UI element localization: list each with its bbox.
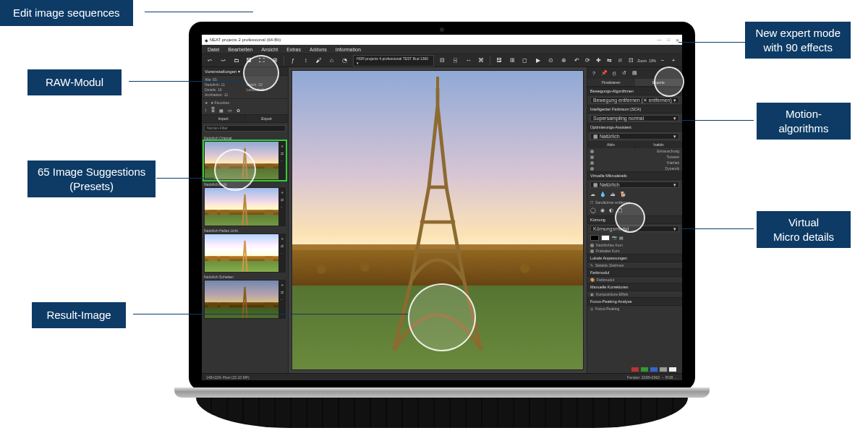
swatch-black[interactable]: [590, 235, 599, 241]
compare-icon[interactable]: ⇄: [281, 151, 284, 155]
preset-thumbnail[interactable]: ★⇄−: [204, 141, 286, 180]
hist-icon[interactable]: ⎙: [610, 69, 618, 77]
opt-item[interactable]: Tonwert: [587, 154, 682, 160]
swap-icon[interactable]: ⇆: [605, 56, 613, 65]
preset-item[interactable]: Natürlich Helles Licht ★⇄−: [204, 228, 286, 273]
preset-thumbnail[interactable]: ★⇄−: [204, 187, 286, 226]
crop-icon[interactable]: ⛶: [258, 56, 266, 65]
circle2-icon[interactable]: ◉: [600, 207, 605, 213]
compare-icon[interactable]: ↔: [464, 56, 473, 65]
fx-section-header[interactable]: Manuelle Korrekturen: [587, 283, 682, 291]
focus-item[interactable]: ◎Focus-Peaking: [587, 306, 682, 312]
square-icon[interactable]: ▢: [618, 207, 623, 213]
zoom-out-button[interactable]: −: [658, 56, 667, 65]
preset-item[interactable]: Natürlich Licht ★⇄−: [204, 182, 286, 226]
project-dropdown[interactable]: HDR projects 4 professional TEST Bud 136…: [353, 55, 434, 67]
redo-icon[interactable]: ⤻: [219, 56, 228, 65]
play-icon[interactable]: ▶: [534, 56, 542, 65]
optimization-section-header[interactable]: Optimierungs-Assistent: [587, 123, 682, 132]
plus-icon[interactable]: ✚: [594, 56, 603, 65]
zoom-in-button[interactable]: +: [669, 56, 678, 65]
menu-ansicht[interactable]: Ansicht: [261, 47, 278, 52]
stat-natuerlich[interactable]: Natürlich: 11: [205, 82, 244, 87]
levels-icon[interactable]: ↕: [302, 56, 310, 65]
animal-icon[interactable]: 🐕: [620, 192, 626, 197]
menu-addons[interactable]: Addons: [310, 47, 327, 52]
star-icon[interactable]: ★: [281, 144, 284, 148]
preset-item[interactable]: Natürlich Original ★⇄−: [204, 136, 286, 180]
grain-section-header[interactable]: Körnung: [587, 215, 682, 224]
minus-icon[interactable]: −: [281, 158, 283, 163]
swatch-white[interactable]: [601, 235, 610, 241]
motion-dropdown[interactable]: Bewegung entfernen (✕ entfernen)▾: [590, 97, 679, 103]
rotate-right-icon[interactable]: ⟳: [583, 56, 592, 65]
preset-item[interactable]: Natürlich Schatten ★⇄−: [204, 275, 286, 319]
help-icon[interactable]: ?: [590, 69, 597, 77]
color-item[interactable]: 🎨Farbmodul: [587, 277, 682, 283]
local-item[interactable]: ✎Selektiv Zeichnen: [587, 262, 682, 268]
thumb-icon[interactable]: ▦: [219, 108, 224, 113]
iso-icon[interactable]: 📷: [612, 235, 617, 241]
preset-thumbnail[interactable]: ★⇄−: [204, 234, 286, 273]
circle3-icon[interactable]: ◐: [609, 207, 613, 213]
thumbs-icon[interactable]: ⊞: [508, 56, 516, 65]
timer-icon[interactable]: ◔: [340, 56, 349, 65]
panel-icon[interactable]: ⊟: [438, 56, 447, 65]
home-icon[interactable]: ⌂: [327, 56, 336, 65]
menu-information[interactable]: Information: [336, 47, 361, 52]
cmd-icon[interactable]: ⌘: [477, 56, 486, 65]
expand-icon[interactable]: ▭: [228, 108, 232, 113]
result-image-viewport[interactable]: [292, 70, 584, 370]
window-maximize-button[interactable]: □: [667, 38, 670, 43]
vmd-section-header[interactable]: Virtuelle Mikrodetails: [587, 171, 682, 180]
pill-red[interactable]: [631, 367, 639, 372]
screen-icon[interactable]: ⎚: [616, 56, 624, 65]
export-button[interactable]: Export: [244, 115, 288, 122]
grid-icon[interactable]: ⊞: [271, 56, 279, 65]
vmd-dropdown[interactable]: ▦ Natürlich▾: [590, 181, 679, 188]
pin-icon[interactable]: 📌: [600, 69, 608, 77]
box-icon[interactable]: ⊡: [626, 56, 635, 65]
pill-white[interactable]: [669, 367, 676, 372]
opt-item[interactable]: Dynamik: [587, 166, 682, 171]
opt-item[interactable]: Klarheit: [587, 160, 682, 166]
window-icon[interactable]: ◻: [521, 56, 529, 65]
undo-icon[interactable]: ⤺: [206, 56, 215, 65]
disk-icon[interactable]: 🖫: [495, 56, 503, 65]
motion-section-header[interactable]: Bewegungs-Algorithmen: [587, 87, 682, 95]
pill-green[interactable]: [641, 367, 648, 372]
drop-icon[interactable]: 💧: [600, 192, 606, 197]
layout-icon[interactable]: ⍈: [451, 56, 460, 65]
preset-thumbnail[interactable]: ★⇄−: [204, 280, 286, 319]
menu-bearbeiten[interactable]: Bearbeiten: [228, 47, 252, 52]
window-minimize-button[interactable]: —: [657, 38, 661, 43]
focus-section-header[interactable]: Focus-Peaking Analyse: [587, 297, 682, 306]
fx-icon[interactable]: ƒ: [289, 56, 297, 65]
gear-icon[interactable]: ✿: [237, 108, 240, 113]
sca-dropdown[interactable]: Supersampling normal▾: [590, 115, 679, 121]
presets-panel-header[interactable]: Voreinstellungen ▾: [202, 67, 288, 76]
rotate-left-icon[interactable]: ↶: [572, 56, 581, 65]
vmd-checkbox[interactable]: ☐Sandkörner entfernen: [587, 200, 682, 205]
brush-icon[interactable]: 🖌: [315, 56, 323, 65]
import-button[interactable]: Import: [202, 115, 244, 122]
circle-icon[interactable]: ⊙: [547, 56, 556, 65]
more-icon[interactable]: ▤: [631, 69, 638, 77]
fx-item[interactable]: ▣Kompositions-Effekt: [587, 291, 682, 297]
grain-dropdown[interactable]: Körnungsmodul▾: [590, 226, 679, 232]
reset-icon[interactable]: ↺: [621, 69, 628, 77]
stat-landschaft[interactable]: Landschaft: 7: [247, 87, 286, 92]
sort-icon[interactable]: ↕: [205, 108, 207, 113]
local-section-header[interactable]: Lokale Anpassungen: [587, 254, 682, 262]
active-button[interactable]: Aktiv: [587, 141, 634, 148]
grain-item[interactable]: Natürliches Korn: [587, 242, 682, 248]
tab-expert[interactable]: Experte: [635, 79, 683, 86]
name-filter-input[interactable]: Namen-Filter: [204, 125, 286, 132]
pill-gray[interactable]: [660, 367, 667, 372]
favorites-row[interactable]: ★ ★ Favoriten: [202, 99, 288, 106]
circle1-icon[interactable]: ◯: [590, 207, 596, 213]
opt-item[interactable]: Entrauschung: [587, 148, 682, 154]
peak-icon[interactable]: ⛰: [610, 192, 616, 197]
cloud-icon[interactable]: ☁: [590, 192, 595, 197]
menu-extras[interactable]: Extras: [286, 47, 301, 52]
